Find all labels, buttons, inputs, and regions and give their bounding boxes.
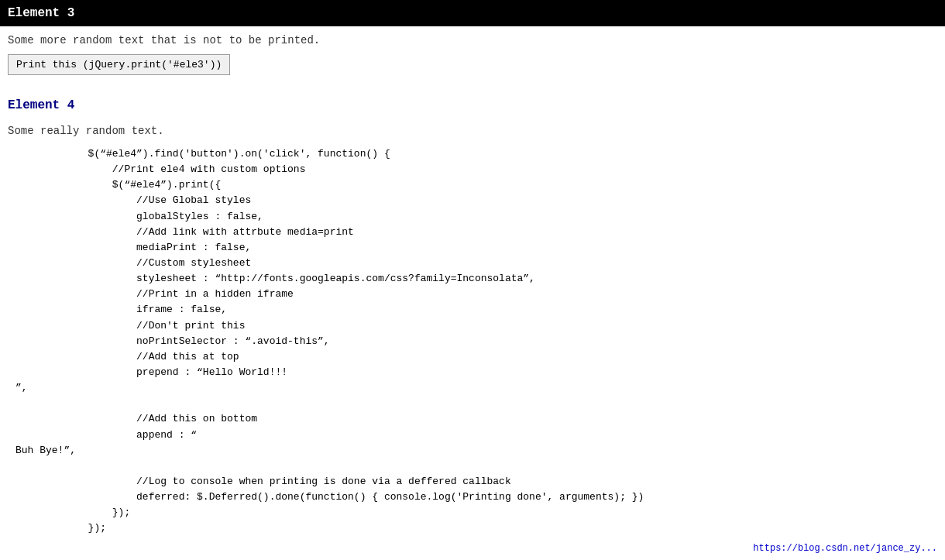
element3-section: Some more random text that is not to be … — [0, 26, 945, 89]
element3-random-text: Some more random text that is not to be … — [8, 34, 937, 46]
element4-section: Some really random text. $(“#ele4”).find… — [0, 117, 945, 545]
top-bar: Element 3 — [0, 0, 945, 26]
element4-heading: Element 4 — [8, 98, 937, 112]
top-bar-text: Element 3 — [8, 6, 74, 20]
element3-print-button[interactable]: Print this (jQuery.print('#ele3')) — [8, 54, 230, 75]
element4-random-text: Some really random text. — [8, 125, 937, 137]
code-block: $(“#ele4”).find('button').on('click', fu… — [8, 146, 937, 537]
footer-link[interactable]: https://blog.csdn.net/jance_zy... — [753, 543, 937, 554]
bottom-buttons-section: Print this in a new window, without this… — [0, 557, 945, 560]
